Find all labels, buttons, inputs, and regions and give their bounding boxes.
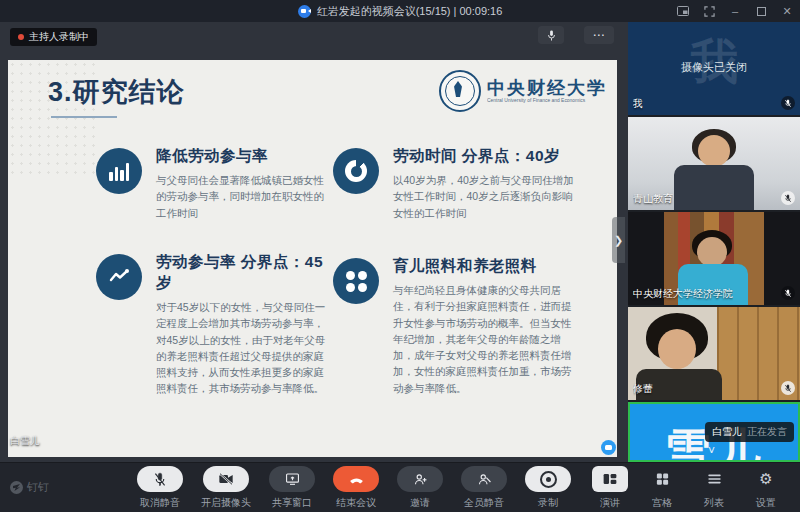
university-emblem-icon [439, 70, 481, 112]
participant-name: 青山教育 [633, 192, 673, 206]
mic-muted-icon [781, 286, 795, 300]
grid-view-button[interactable]: 宫格 [636, 466, 688, 510]
conclusion-block-1: 降低劳动参与率 与父母同住会显著降低城镇已婚女性的劳动参与率，同时增加在职女性的… [96, 146, 328, 221]
slide-title: 3.研究结论 [48, 74, 185, 110]
camera-off-text: 摄像头已关闭 [628, 60, 800, 75]
share-screen-button[interactable]: 共享窗口 [260, 466, 324, 510]
block-body: 与年纪尚轻且身体健康的父母共同居住，有利于分担家庭照料责任，进而提升女性参与市场… [393, 282, 581, 396]
four-dots-icon [333, 258, 379, 304]
dingtalk-brand: 钉钉 [10, 480, 49, 495]
mic-muted-icon [781, 191, 795, 205]
speaking-state: 正在发言 [747, 425, 787, 439]
invite-button[interactable]: 邀请 [388, 466, 452, 510]
settings-button[interactable]: ⚙ 设置 [740, 466, 792, 510]
title-bar: 红岩发起的视频会议(15/15) | 00:09:16 – ✕ [0, 0, 800, 22]
meeting-toolbar: 钉钉 取消静音 开启摄像头 共享窗口 [0, 462, 800, 512]
line-chart-icon [96, 254, 142, 300]
presenter-name-overlay: 白雪儿 [10, 434, 40, 448]
university-name-en: Central University of Finance and Econom… [487, 98, 585, 103]
invite-person-icon [397, 466, 443, 492]
block-title: 劳动参与率 分界点：45岁 [156, 252, 334, 294]
next-slide-arrow[interactable]: ❯ [612, 217, 625, 263]
participant-sidebar: 我 摄像头已关闭 我 青山教育 [628, 22, 800, 462]
conclusion-block-2: 劳动时间 分界点：40岁 以40岁为界，40岁之前与父母同住增加女性工作时间，4… [333, 146, 581, 221]
participant-name: 修蕾 [633, 382, 653, 396]
meeting-window: 红岩发起的视频会议(15/15) | 00:09:16 – ✕ 主持人录制中 ⋯ [0, 0, 800, 512]
mute-all-button[interactable]: 全员静音 [452, 466, 516, 510]
speaker-name: 白雪儿 [712, 425, 742, 439]
fullscreen-icon[interactable] [702, 4, 716, 18]
pip-icon[interactable] [676, 4, 690, 18]
speaker-view-button[interactable]: 演讲 [584, 466, 636, 510]
shared-slide: 3.研究结论 中央财经大学 Central University of Fina… [8, 60, 617, 457]
presentation-stage: 主持人录制中 ⋯ 3.研究结论 中央财经大学 Central Universit… [0, 22, 625, 462]
mute-all-icon [461, 466, 507, 492]
block-title: 降低劳动参与率 [156, 146, 328, 167]
video-tile-active-speaker[interactable]: 雪儿 ˅ 白雪儿 正在发言 [628, 402, 800, 462]
video-tile-participant[interactable]: 修蕾 [628, 307, 800, 400]
block-body: 对于45岁以下的女性，与父母同住一定程度上会增加其市场劳动参与率，对45岁以上的… [156, 299, 334, 397]
mic-muted-icon [137, 466, 183, 492]
list-view-icon [696, 466, 732, 492]
bar-chart-icon [96, 148, 142, 194]
conclusion-block-4: 育儿照料和养老照料 与年纪尚轻且身体健康的父母共同居住，有利于分担家庭照料责任，… [333, 256, 581, 396]
participant-name: 中央财经大学经济学院 [633, 287, 733, 301]
conclusion-block-3: 劳动参与率 分界点：45岁 对于45岁以下的女性，与父母同住一定程度上会增加其市… [96, 252, 334, 397]
list-view-button[interactable]: 列表 [688, 466, 740, 510]
annotation-bubble-icon[interactable] [601, 440, 616, 455]
video-tile-participant[interactable]: 中央财经大学经济学院 [628, 212, 800, 305]
gear-icon: ⚙ [759, 466, 772, 492]
video-tile-participant[interactable]: 青山教育 [628, 117, 800, 210]
maximize-button[interactable] [754, 4, 768, 18]
host-recording-badge: 主持人录制中 [10, 28, 97, 46]
speaker-view-icon [592, 466, 628, 492]
mic-muted-icon [781, 96, 795, 110]
chevron-down-icon: ˅ [708, 444, 715, 458]
close-button[interactable]: ✕ [780, 4, 794, 18]
meeting-app-icon [298, 5, 311, 18]
start-camera-button[interactable]: 开启摄像头 [192, 466, 260, 510]
block-title: 劳动时间 分界点：40岁 [393, 146, 581, 167]
participant-name: 我 [633, 97, 643, 111]
recording-dot-icon [18, 34, 24, 40]
unmute-button[interactable]: 取消静音 [128, 466, 192, 510]
record-icon [525, 466, 571, 492]
block-body: 以40岁为界，40岁之前与父母同住增加女性工作时间，40岁之后逐渐负向影响女性的… [393, 172, 581, 221]
title-underline [51, 116, 117, 118]
university-name-cn: 中央财经大学 [487, 78, 607, 98]
speaking-badge: 白雪儿 正在发言 [705, 422, 794, 442]
window-title: 红岩发起的视频会议(15/15) | 00:09:16 [317, 4, 503, 19]
pie-chart-icon [333, 148, 379, 194]
end-call-icon [333, 466, 379, 492]
end-meeting-button[interactable]: 结束会议 [324, 466, 388, 510]
block-body: 与父母同住会显著降低城镇已婚女性的劳动参与率，同时增加在职女性的工作时间 [156, 172, 328, 221]
record-button[interactable]: 录制 [516, 466, 580, 510]
dingtalk-brand-text: 钉钉 [27, 480, 49, 495]
dingtalk-logo-icon [10, 481, 23, 494]
stage-mic-icon[interactable] [538, 26, 564, 44]
camera-off-icon [203, 466, 249, 492]
grid-view-icon [644, 466, 680, 492]
block-title: 育儿照料和养老照料 [393, 256, 581, 277]
share-screen-icon [269, 466, 315, 492]
minimize-button[interactable]: – [728, 4, 742, 18]
mic-muted-icon [781, 381, 795, 395]
university-logo: 中央财经大学 Central University of Finance and… [439, 70, 607, 112]
video-tile-self[interactable]: 我 摄像头已关闭 我 [628, 22, 800, 115]
stage-more-icon[interactable]: ⋯ [584, 26, 614, 44]
